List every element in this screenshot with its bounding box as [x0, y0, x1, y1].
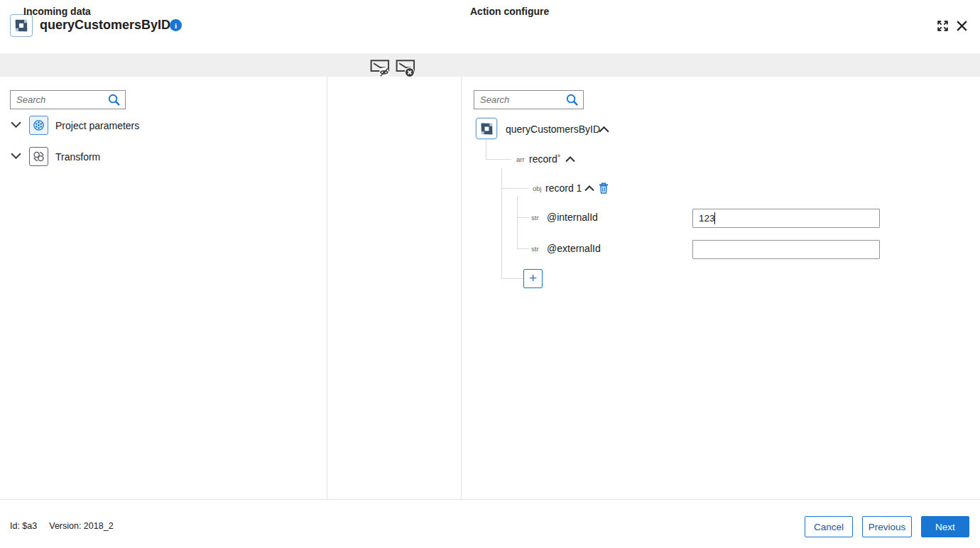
tree-connector: [486, 140, 486, 159]
internalid-input-wrap: [692, 209, 880, 228]
hide-mapped-fields-icon[interactable]: [370, 60, 391, 80]
search-icon[interactable]: [565, 93, 579, 106]
internalid-input[interactable]: [692, 209, 880, 228]
record-collapse-chevron[interactable]: [565, 156, 575, 163]
record-label: record: [529, 153, 557, 165]
tree-node-externalid: @externalId: [547, 243, 601, 254]
project-parameters-collapse-chevron[interactable]: [11, 121, 22, 128]
next-button[interactable]: Next: [921, 516, 969, 537]
tree-connector: [517, 248, 529, 249]
left-panel-divider: [327, 77, 327, 499]
version-text: Version: 2018_2: [49, 521, 113, 531]
internalid-type-tag: str: [531, 214, 539, 221]
sidebar-item-transform[interactable]: Transform: [55, 151, 100, 163]
record1-type-tag: obj: [533, 185, 542, 192]
close-icon[interactable]: [956, 20, 968, 35]
externalid-type-tag: str: [531, 245, 539, 253]
required-marker: *: [557, 153, 561, 163]
tree-connector: [501, 168, 502, 279]
tree-node-record1: record 1: [545, 182, 582, 194]
record-type-tag: arr: [516, 155, 525, 163]
section-header-band: [0, 53, 980, 77]
search-icon[interactable]: [107, 93, 121, 106]
tree-node-internalid: @internalId: [547, 212, 598, 223]
project-parameters-icon: [29, 116, 48, 135]
add-record-button[interactable]: +: [523, 269, 543, 288]
tree-connector: [501, 278, 523, 279]
transform-icon: [29, 147, 48, 166]
page-title: queryCustomersByID: [40, 18, 170, 33]
incoming-search-input[interactable]: [16, 94, 107, 105]
action-search-input[interactable]: [480, 94, 565, 105]
delete-record1-icon[interactable]: [599, 182, 609, 194]
incoming-search-box: [10, 90, 126, 109]
netsuite-logo: [10, 14, 33, 37]
cancel-button[interactable]: Cancel: [805, 516, 853, 537]
record-id-text: Id: $a3: [10, 521, 37, 531]
tree-node-root-label: queryCustomersByID: [506, 124, 600, 135]
sidebar-item-project-parameters[interactable]: Project parameters: [55, 120, 139, 131]
tree-connector: [517, 217, 529, 218]
expand-icon[interactable]: [936, 19, 949, 35]
netsuite-node-icon: [476, 118, 497, 139]
externalid-input[interactable]: [692, 240, 880, 259]
externalid-input-wrap: [692, 240, 880, 259]
action-configure-header: Action configure: [470, 6, 549, 17]
footer-info: Id: $a3 Version: 2018_2: [10, 521, 114, 531]
tree-connector: [501, 188, 529, 189]
action-search-box: [474, 90, 584, 109]
clear-mappings-icon[interactable]: [396, 60, 417, 80]
footer-divider: [0, 499, 980, 500]
tree-connector: [517, 197, 518, 248]
tree-connector: [486, 159, 511, 160]
text-cursor: [714, 212, 715, 224]
root-collapse-chevron[interactable]: [599, 126, 609, 133]
incoming-data-header: Incoming data: [23, 6, 91, 17]
record1-collapse-chevron[interactable]: [584, 185, 594, 192]
tree-node-record: record*: [529, 153, 560, 165]
right-panel-divider: [461, 77, 462, 499]
previous-button[interactable]: Previous: [862, 516, 912, 537]
info-icon[interactable]: i: [170, 19, 182, 31]
transform-collapse-chevron[interactable]: [11, 153, 22, 159]
